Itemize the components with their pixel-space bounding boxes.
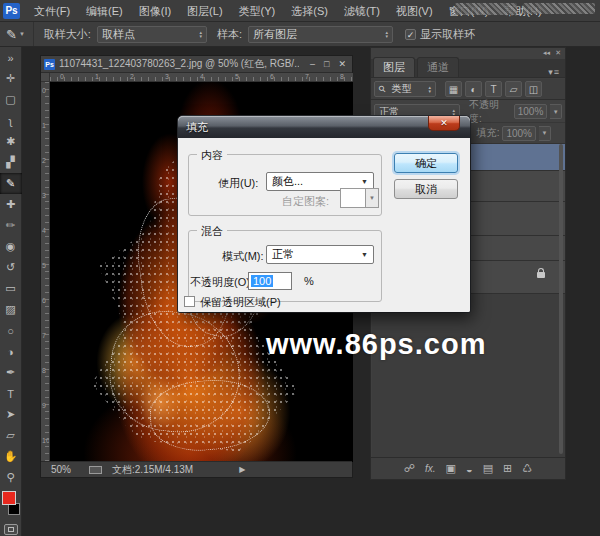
menu-bar: Ps 文件(F)编辑(E)图像(I)图层(L)类型(Y)选择(S)滤镜(T)视图… [0, 0, 600, 22]
sample-dropdown[interactable]: 所有图层 ▴▾ [248, 26, 393, 43]
magic-wand-tool[interactable]: ✱ [0, 131, 22, 152]
cancel-button[interactable]: 取消 [394, 179, 458, 199]
mode-dropdown[interactable]: 正常 ▼ [266, 245, 374, 264]
path-select-tool[interactable]: ➤ [0, 404, 22, 425]
tab-channels[interactable]: 通道 [417, 57, 459, 77]
menu-item[interactable]: 图像(I) [131, 0, 179, 22]
color-swatches[interactable] [1, 491, 21, 515]
type-tool[interactable]: T [0, 383, 22, 404]
preserve-transparency-checkbox[interactable] [184, 296, 195, 307]
gradient-tool[interactable]: ▨ [0, 299, 22, 320]
ruler-number: 8 [340, 73, 344, 80]
healing-brush-tool[interactable]: ✚ [0, 194, 22, 215]
clone-stamp-tool[interactable]: ◉ [0, 236, 22, 257]
opacity-value[interactable]: 100% [514, 104, 548, 119]
hand-tool[interactable]: ✋ [0, 446, 22, 467]
sample-label: 样本: [217, 27, 242, 42]
filter-type-layers-icon[interactable]: T [485, 81, 502, 97]
opacity-label: 不透明度: [469, 98, 511, 126]
fill-dialog: 填充 ✕ 内容 使用(U): 颜色... ▼ 自定图案: ▼ 确定 取消 混合 … [178, 116, 470, 312]
menu-item[interactable]: 图层(L) [179, 0, 230, 22]
move-tool[interactable]: ✛ [0, 68, 22, 89]
foreground-color-swatch[interactable] [2, 491, 16, 505]
show-ring-checkbox[interactable]: ✓ [405, 29, 416, 40]
ruler-number: 4 [42, 227, 46, 234]
crop-tool[interactable]: ▞ [0, 152, 22, 173]
ruler-number: 7 [42, 332, 46, 339]
panel-menu-icon[interactable]: ▾≡ [548, 67, 565, 77]
chevron-down-icon[interactable]: ▼ [550, 104, 562, 119]
adjustment-layer-icon[interactable]: ◒ [466, 463, 473, 475]
pen-tool[interactable]: ✒ [0, 362, 22, 383]
fill-label: 填充: [477, 126, 500, 140]
zoom-level[interactable]: 50% [51, 464, 71, 475]
dialog-close-button[interactable]: ✕ [428, 116, 460, 131]
ruler-number: 5 [42, 262, 46, 269]
layer-mask-icon[interactable]: ▣ [446, 462, 456, 475]
menu-item[interactable]: 类型(Y) [231, 0, 284, 22]
sample-size-label: 取样大小: [44, 27, 91, 42]
lasso-tool[interactable]: ʅ [0, 110, 22, 131]
blend-group: 混合 [188, 230, 382, 302]
menu-item[interactable]: 编辑(E) [78, 0, 131, 22]
sample-size-dropdown[interactable]: 取样点 ▴▾ [97, 26, 207, 43]
marquee-tool[interactable]: ▢ [0, 89, 22, 110]
opacity-selected-text: 100 [251, 275, 273, 287]
new-layer-icon[interactable]: ⊞ [503, 462, 512, 475]
zoom-tool[interactable]: ⚲ [0, 467, 22, 488]
ruler-number: 2 [130, 73, 134, 80]
menu-item[interactable]: 滤镜(T) [336, 0, 388, 22]
eyedropper-tool[interactable]: ✎ [0, 173, 22, 194]
pattern-picker[interactable]: ▼ [340, 188, 380, 208]
tool-preset-picker[interactable]: ✎ ▼ [0, 22, 34, 46]
menu-item[interactable]: 视图(V) [388, 0, 441, 22]
scrollbar[interactable] [559, 144, 563, 454]
layer-filter-dropdown[interactable]: ⚲ 类型 ▴▾ [374, 81, 436, 97]
opacity-input[interactable]: 100 [248, 272, 292, 290]
close-icon[interactable]: ✕ [338, 59, 346, 69]
tab-layers[interactable]: 图层 [373, 57, 415, 77]
layer-group-icon[interactable]: ▤ [483, 462, 493, 475]
site-watermark-text: www.86ps.com [266, 328, 486, 361]
menu-item[interactable]: 选择(S) [283, 0, 336, 22]
blur-tool[interactable]: ○ [0, 320, 22, 341]
updown-arrows-icon: ▴▾ [453, 108, 456, 116]
shape-tool[interactable]: ▱ [0, 425, 22, 446]
collapse-panels-icon[interactable]: ◂◂ [543, 49, 550, 57]
quick-mask-icon[interactable] [4, 524, 18, 535]
ruler-number: 1 [42, 122, 46, 129]
collapse-toolbar-icon[interactable]: » [0, 47, 22, 68]
updown-arrows-icon: ▴▾ [385, 30, 388, 38]
ok-button[interactable]: 确定 [394, 153, 458, 173]
ruler-number: 1 [95, 73, 99, 80]
updown-arrows-icon: ▴▾ [199, 30, 202, 38]
brush-tool[interactable]: ✏ [0, 215, 22, 236]
ruler-number: 8 [42, 367, 46, 374]
delete-layer-icon[interactable]: ♺ [522, 462, 532, 475]
filter-pixel-layers-icon[interactable]: ▦ [445, 81, 462, 97]
dodge-tool[interactable]: ◑ [0, 341, 22, 362]
dialog-title-bar[interactable]: 填充 [178, 116, 470, 138]
filter-smart-objects-icon[interactable]: ◫ [525, 81, 542, 97]
ruler-number: 7 [305, 73, 309, 80]
minimize-icon[interactable]: – [310, 59, 315, 69]
ruler-number: 9 [42, 402, 46, 409]
dialog-title: 填充 [178, 120, 208, 135]
lock-icon [537, 272, 545, 278]
layer-effects-icon[interactable]: fx. [425, 463, 436, 474]
chevron-down-icon[interactable]: ▼ [539, 126, 551, 141]
document-title-bar[interactable]: Ps 11074431_122403780263_2.jpg @ 50% (红色… [41, 56, 352, 73]
filter-shape-layers-icon[interactable]: ▱ [505, 81, 522, 97]
fill-value[interactable]: 100% [502, 126, 536, 141]
filter-adjustment-layers-icon[interactable]: ◐ [465, 81, 482, 97]
link-layers-icon[interactable]: ☍ [404, 462, 415, 475]
dialog-opacity-label: 不透明度(O): [190, 275, 253, 290]
maximize-icon[interactable]: □ [324, 59, 329, 69]
custom-pattern-label: 自定图案: [282, 194, 329, 209]
history-brush-tool[interactable]: ↺ [0, 257, 22, 278]
status-expand-icon[interactable]: ▶ [239, 465, 245, 474]
menu-item[interactable]: 文件(F) [26, 0, 78, 22]
ruler-number: 5 [235, 73, 239, 80]
close-panel-icon[interactable]: ✕ [555, 49, 561, 57]
eraser-tool[interactable]: ▭ [0, 278, 22, 299]
